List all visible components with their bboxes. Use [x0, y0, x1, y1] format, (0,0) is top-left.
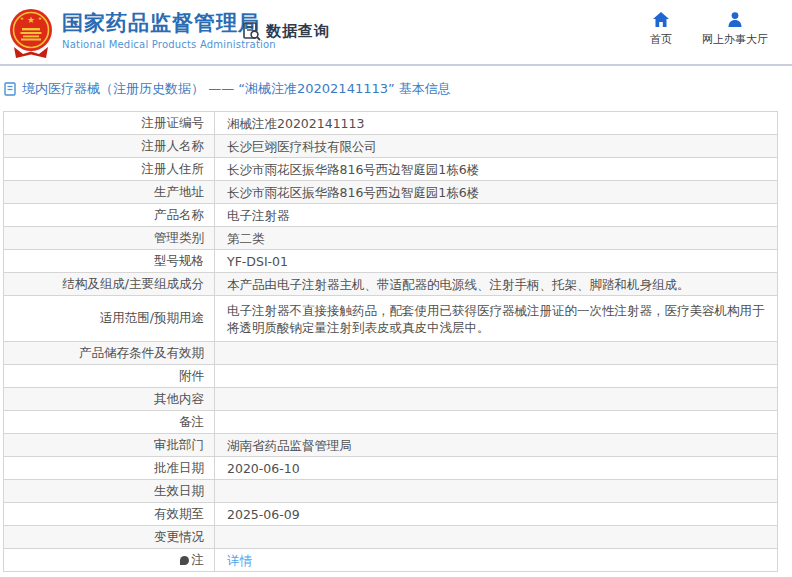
page-title: 境内医疗器械（注册历史数据） —— “湘械注准20202141113” 基本信息 [22, 80, 451, 98]
home-icon [653, 12, 669, 27]
table-row: 注册人住所长沙市雨花区振华路816号西边智庭园1栋6楼 [4, 158, 778, 181]
row-value [215, 526, 778, 549]
row-value: 2020-06-10 [215, 457, 778, 480]
user-icon [727, 12, 743, 27]
row-label: 管理类别 [4, 227, 215, 250]
table-row: 产品储存条件及有效期 [4, 342, 778, 365]
row-label: 变更情况 [4, 526, 215, 549]
row-value: 长沙市雨花区振华路816号西边智庭园1栋6楼 [215, 158, 778, 181]
registration-info-table: 注册证编号湘械注准20202141113注册人名称长沙巨翊医疗科技有限公司注册人… [3, 111, 778, 572]
row-value: 湘械注准20202141113 [215, 112, 778, 135]
row-label: 其他内容 [4, 388, 215, 411]
svg-text:★: ★ [27, 15, 35, 25]
document-icon [4, 82, 16, 96]
breadcrumb: 境内医疗器械（注册历史数据） —— “湘械注准20202141113” 基本信息 [0, 66, 792, 111]
row-value [215, 365, 778, 388]
row-value: 电子注射器 [215, 204, 778, 227]
table-row: 备注 [4, 411, 778, 434]
nav-home[interactable]: 首页 [650, 12, 672, 47]
row-value: 长沙巨翊医疗科技有限公司 [215, 135, 778, 158]
row-label: 附件 [4, 365, 215, 388]
row-label: 批准日期 [4, 457, 215, 480]
row-label: 注册人名称 [4, 135, 215, 158]
detail-link[interactable]: 详情 [227, 553, 252, 568]
top-nav: 首页 网上办事大厅 [650, 12, 768, 47]
site-header: ★ ★ ★ 国家药品监督管理局 National Medical Product… [0, 0, 792, 66]
data-query-label: 数据查询 [266, 22, 330, 41]
row-label: 生产地址 [4, 181, 215, 204]
row-value [215, 388, 778, 411]
row-value: 长沙市雨花区振华路816号西边智庭园1栋6楼 [215, 181, 778, 204]
table-row: 注详情 [4, 549, 778, 572]
table-row: 生效日期 [4, 480, 778, 503]
row-label: 有效期至 [4, 503, 215, 526]
table-row: 有效期至2025-06-09 [4, 503, 778, 526]
table-row: 注册证编号湘械注准20202141113 [4, 112, 778, 135]
svg-text:★: ★ [20, 16, 24, 21]
nav-home-label: 首页 [650, 32, 672, 47]
row-label: 审批部门 [4, 434, 215, 457]
table-row: 产品名称电子注射器 [4, 204, 778, 227]
table-row: 变更情况 [4, 526, 778, 549]
data-query-section: 数据查询 [241, 21, 330, 42]
row-label: 注册人住所 [4, 158, 215, 181]
row-label: 生效日期 [4, 480, 215, 503]
row-label: 型号规格 [4, 250, 215, 273]
table-row: 结构及组成/主要组成成分本产品由电子注射器主机、带适配器的电源线、注射手柄、托架… [4, 273, 778, 296]
row-value: 湖南省药品监督管理局 [215, 434, 778, 457]
table-row: 审批部门湖南省药品监督管理局 [4, 434, 778, 457]
table-row: 其他内容 [4, 388, 778, 411]
row-label: 注 [4, 549, 215, 572]
row-value: 电子注射器不直接接触药品，配套使用已获得医疗器械注册证的一次性注射器，医疗美容机… [215, 296, 778, 342]
table-row: 型号规格YF-DSI-01 [4, 250, 778, 273]
row-value: YF-DSI-01 [215, 250, 778, 273]
svg-text:★: ★ [38, 16, 42, 21]
row-value [215, 342, 778, 365]
row-label: 备注 [4, 411, 215, 434]
table-row: 注册人名称长沙巨翊医疗科技有限公司 [4, 135, 778, 158]
row-value: 2025-06-09 [215, 503, 778, 526]
document-search-icon [241, 21, 262, 42]
table-row: 管理类别第二类 [4, 227, 778, 250]
table-row: 批准日期2020-06-10 [4, 457, 778, 480]
table-row: 适用范围/预期用途电子注射器不直接接触药品，配套使用已获得医疗器械注册证的一次性… [4, 296, 778, 342]
row-label: 注册证编号 [4, 112, 215, 135]
row-value: 第二类 [215, 227, 778, 250]
row-value [215, 411, 778, 434]
row-label: 产品储存条件及有效期 [4, 342, 215, 365]
note-icon [180, 556, 189, 565]
row-label: 产品名称 [4, 204, 215, 227]
nav-service-hall[interactable]: 网上办事大厅 [702, 12, 768, 47]
row-value: 本产品由电子注射器主机、带适配器的电源线、注射手柄、托架、脚踏和机身组成。 [215, 273, 778, 296]
row-label: 适用范围/预期用途 [4, 296, 215, 342]
row-value: 详情 [215, 549, 778, 572]
row-value [215, 480, 778, 503]
table-row: 生产地址长沙市雨花区振华路816号西边智庭园1栋6楼 [4, 181, 778, 204]
info-table-body: 注册证编号湘械注准20202141113注册人名称长沙巨翊医疗科技有限公司注册人… [4, 112, 778, 572]
row-label: 结构及组成/主要组成成分 [4, 273, 215, 296]
nav-service-hall-label: 网上办事大厅 [702, 32, 768, 47]
table-row: 附件 [4, 365, 778, 388]
national-emblem-logo: ★ ★ ★ [8, 6, 54, 60]
